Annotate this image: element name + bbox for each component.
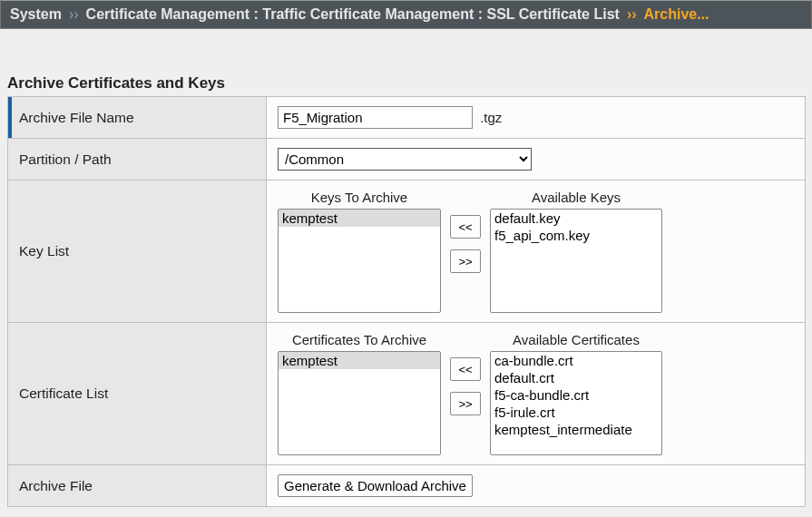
breadcrumb-path[interactable]: Certificate Management : Traffic Certifi… — [86, 6, 620, 23]
available-keys-header: Available Keys — [490, 190, 662, 209]
certs-to-archive-list[interactable]: kemptest — [278, 351, 441, 455]
available-certs-header: Available Certificates — [490, 332, 662, 351]
list-item[interactable]: f5-irule.crt — [491, 404, 661, 421]
certificate-list-label: Certificate List — [8, 323, 267, 465]
keys-move-right-button[interactable]: >> — [450, 249, 481, 273]
key-dual-list: Keys To Archive kemptest << >> Available… — [278, 190, 794, 313]
keys-move-left-button[interactable]: << — [450, 215, 481, 239]
certs-to-archive-header: Certificates To Archive — [278, 332, 441, 351]
list-item[interactable]: f5-ca-bundle.crt — [491, 386, 661, 404]
cert-dual-list: Certificates To Archive kemptest << >> A… — [278, 332, 794, 455]
archive-file-name-extension: .tgz — [480, 110, 502, 125]
list-item[interactable]: kemptest — [279, 210, 440, 227]
list-item[interactable]: kemptest — [279, 352, 440, 369]
generate-download-button[interactable]: Generate & Download Archive — [278, 474, 473, 497]
archive-file-label: Archive File — [8, 465, 267, 507]
partition-path-select[interactable]: /Common — [278, 148, 532, 171]
list-item[interactable]: f5_api_com.key — [491, 227, 661, 244]
breadcrumb-current: Archive... — [644, 6, 709, 23]
available-certs-list[interactable]: ca-bundle.crt default.crt f5-ca-bundle.c… — [490, 351, 662, 455]
breadcrumb-separator: ›› — [69, 6, 79, 23]
list-item[interactable]: default.crt — [491, 369, 661, 386]
key-list-label: Key List — [8, 180, 267, 323]
certs-move-left-button[interactable]: << — [450, 357, 481, 381]
list-item[interactable]: ca-bundle.crt — [491, 352, 661, 369]
list-item[interactable]: default.key — [491, 210, 661, 227]
archive-file-name-input[interactable] — [278, 106, 473, 129]
section-title: Archive Certificates and Keys — [0, 29, 812, 96]
breadcrumb-separator: ›› — [627, 6, 637, 23]
breadcrumb-system[interactable]: System — [10, 6, 62, 23]
breadcrumb: System ›› Certificate Management : Traff… — [0, 0, 812, 29]
certs-move-right-button[interactable]: >> — [450, 392, 481, 415]
keys-to-archive-list[interactable]: kemptest — [278, 209, 441, 313]
available-keys-list[interactable]: default.key f5_api_com.key — [490, 209, 662, 313]
partition-path-label: Partition / Path — [8, 139, 267, 180]
archive-file-name-label: Archive File Name — [8, 97, 267, 139]
keys-to-archive-header: Keys To Archive — [278, 190, 441, 209]
list-item[interactable]: kemptest_intermediate — [491, 421, 661, 438]
form-table: Archive File Name .tgz Partition / Path … — [7, 96, 806, 507]
